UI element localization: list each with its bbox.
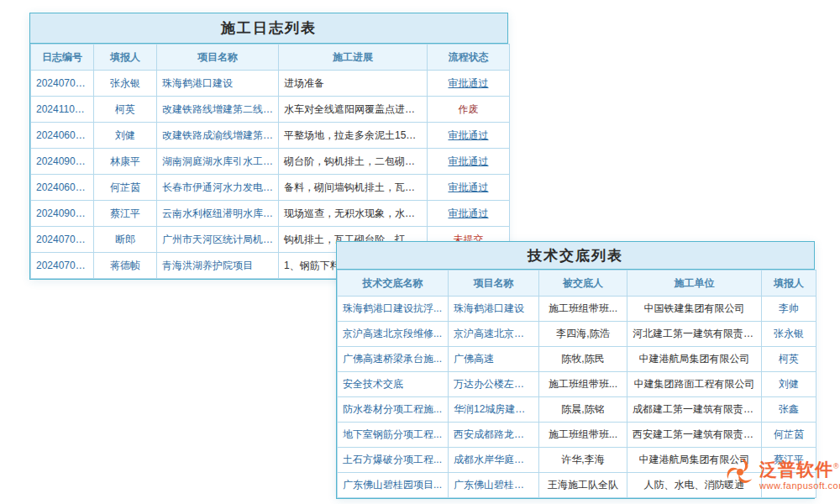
reporter-cell: 断郎 xyxy=(94,227,157,253)
reporter-cell[interactable]: 何芷茵 xyxy=(762,423,816,448)
project-cell[interactable]: 万达办公楼左侧A... xyxy=(449,372,539,397)
id-cell[interactable]: 2024070011 xyxy=(31,227,94,253)
table-row[interactable]: 安全技术交底万达办公楼左侧A...施工班组带班...中建集团路面工程有限公司刘健 xyxy=(338,372,816,397)
unit-cell: 成都建工第一建筑有限责任公司 xyxy=(627,397,762,423)
status-cell[interactable]: 审批通过 xyxy=(428,175,510,201)
project-cell[interactable]: 西安成都路龙湖上... xyxy=(449,423,539,448)
registered-mark: ® xyxy=(833,462,840,470)
progress-cell: 现场巡查，无积水现象，水马... xyxy=(279,201,428,227)
page-title: 技术交底列表 xyxy=(528,248,623,264)
progress-cell: 砌台阶，钩机排土，二包砌间... xyxy=(279,149,428,175)
reporter-cell: 柯英 xyxy=(94,97,157,123)
name-cell[interactable]: 土石方爆破分项工程... xyxy=(338,448,449,473)
id-cell[interactable]: 2024070011 xyxy=(31,71,94,97)
table-row[interactable]: 2024090009林康平湖南洞庭湖水库引水工程...砌台阶，钩机排土，二包砌间… xyxy=(31,149,510,175)
table-row[interactable]: 2024060005何芷茵长春市伊通河水力发电厂...备料，砌间墙钩机排土，瓦工… xyxy=(31,175,510,201)
project-cell[interactable]: 珠海鹤港口建设 xyxy=(157,71,279,97)
name-cell[interactable]: 防水卷材分项工程施... xyxy=(338,397,449,423)
reporter-cell[interactable]: 柯英 xyxy=(762,347,816,372)
receiver-cell: 许华,李海 xyxy=(539,448,627,473)
project-cell[interactable]: 广东佛山碧桂园项目 xyxy=(449,473,539,498)
table-row[interactable]: 珠海鹤港口建设抗浮...珠海鹤港口建设施工班组带班...中国铁建集团有限公司李帅 xyxy=(338,297,816,322)
table-row[interactable]: 地下室钢筋分项工程...西安成都路龙湖上...施工班组带班...西安建工第一建筑… xyxy=(338,423,816,448)
id-cell[interactable]: 2024090009 xyxy=(31,201,94,227)
project-cell[interactable]: 长春市伊通河水力发电厂... xyxy=(157,175,279,201)
project-cell[interactable]: 广佛高速 xyxy=(449,347,539,372)
construction-log-title-bar[interactable]: 施工日志列表 xyxy=(30,13,507,44)
table-row[interactable]: 防水卷材分项工程施...华润12城房建工...陈晨,陈铭成都建工第一建筑有限责任… xyxy=(338,397,816,423)
table-row[interactable]: 京沪高速北京段维修...京沪高速北京段维修李四海,陈浩河北建工第一建筑有限责任公… xyxy=(338,322,816,347)
unit-cell: 西安建工第一建筑有限责任公司 xyxy=(627,423,762,448)
reporter-cell[interactable]: 李帅 xyxy=(762,297,816,322)
name-cell[interactable]: 广东佛山碧桂园项目... xyxy=(338,473,449,498)
unit-cell: 河北建工第一建筑有限责任公司 xyxy=(627,322,762,347)
reporter-cell[interactable]: 刘健 xyxy=(762,372,816,397)
status-cell[interactable]: 审批通过 xyxy=(428,123,510,149)
project-cell[interactable]: 云南水利枢纽潜明水库一... xyxy=(157,201,279,227)
column-header: 填报人 xyxy=(762,270,816,297)
column-header: 施工进展 xyxy=(279,45,428,71)
column-header: 流程状态 xyxy=(428,45,510,71)
id-cell[interactable]: 2024110002 xyxy=(31,97,94,123)
receiver-cell: 陈牧,陈民 xyxy=(539,347,627,372)
unit-cell: 中国铁建集团有限公司 xyxy=(627,297,762,322)
table-row[interactable]: 2024090009蔡江平云南水利枢纽潜明水库一...现场巡查，无积水现象，水马… xyxy=(31,201,510,227)
progress-cell: 水车对全线遮阳网覆盖点进行... xyxy=(279,97,428,123)
progress-cell: 备料，砌间墙钩机排土，瓦工... xyxy=(279,175,428,201)
construction-log-window: 施工日志列表 日志编号填报人项目名称施工进展流程状态 2024070011张永银… xyxy=(29,13,508,280)
id-cell[interactable]: 2024090009 xyxy=(31,149,94,175)
reporter-cell: 张永银 xyxy=(94,71,157,97)
brand-name: 泛普软件® xyxy=(759,456,840,480)
table-header-row: 技术交底名称项目名称被交底人施工单位填报人 xyxy=(338,270,816,297)
table-row[interactable]: 2024060006刘健改建铁路成渝线增建第二...平整场地，拉走多余泥土15辆… xyxy=(31,123,510,149)
project-cell[interactable]: 成都水岸华庭名苑... xyxy=(449,448,539,473)
table-header-row: 日志编号填报人项目名称施工进展流程状态 xyxy=(31,45,510,71)
column-header: 施工单位 xyxy=(627,270,762,297)
receiver-cell: 李四海,陈浩 xyxy=(539,322,627,347)
technical-disclosure-title-bar[interactable]: 技术交底列表 xyxy=(337,242,814,270)
table-row[interactable]: 广佛高速桥梁承台施...广佛高速陈牧,陈民中建港航局集团有限公司柯英 xyxy=(338,347,816,372)
name-cell[interactable]: 地下室钢筋分项工程... xyxy=(338,423,449,448)
project-cell[interactable]: 改建铁路成渝线增建第二... xyxy=(157,123,279,149)
id-cell[interactable]: 2024060005 xyxy=(31,175,94,201)
unit-cell: 中建集团路面工程有限公司 xyxy=(627,372,762,397)
receiver-cell: 陈晨,陈铭 xyxy=(539,397,627,423)
project-cell[interactable]: 华润12城房建工... xyxy=(449,397,539,423)
id-cell[interactable]: 2024070009 xyxy=(31,253,94,279)
progress-cell: 进场准备 xyxy=(279,71,428,97)
column-header: 被交底人 xyxy=(539,270,627,297)
project-cell[interactable]: 湖南洞庭湖水库引水工程... xyxy=(157,149,279,175)
reporter-cell: 何芷茵 xyxy=(94,175,157,201)
reporter-cell[interactable]: 张永银 xyxy=(762,322,816,347)
status-cell[interactable]: 审批通过 xyxy=(428,201,510,227)
project-cell[interactable]: 改建铁路线增建第二线直... xyxy=(157,97,279,123)
unit-cell: 中建港航局集团有限公司 xyxy=(627,347,762,372)
name-cell[interactable]: 珠海鹤港口建设抗浮... xyxy=(338,297,449,322)
project-cell[interactable]: 珠海鹤港口建设 xyxy=(449,297,539,322)
status-cell[interactable]: 审批通过 xyxy=(428,149,510,175)
status-cell[interactable]: 作废 xyxy=(428,97,510,123)
name-cell[interactable]: 安全技术交底 xyxy=(338,372,449,397)
column-header: 技术交底名称 xyxy=(338,270,449,297)
column-header: 项目名称 xyxy=(449,270,539,297)
fanpu-logo-text: 泛普软件® www.fanpusoft.com xyxy=(759,456,840,491)
page-title: 施工日志列表 xyxy=(221,20,317,36)
reporter-cell: 林康平 xyxy=(94,149,157,175)
column-header: 填报人 xyxy=(94,45,157,71)
project-cell[interactable]: 京沪高速北京段维修 xyxy=(449,322,539,347)
reporter-cell[interactable]: 张鑫 xyxy=(762,397,816,423)
status-cell[interactable]: 审批通过 xyxy=(428,71,510,97)
name-cell[interactable]: 京沪高速北京段维修... xyxy=(338,322,449,347)
reporter-cell: 蒋德帧 xyxy=(94,253,157,279)
column-header: 项目名称 xyxy=(157,45,279,71)
reporter-cell: 蔡江平 xyxy=(94,201,157,227)
reporter-cell: 刘健 xyxy=(94,123,157,149)
table-row[interactable]: 2024110002柯英改建铁路线增建第二线直...水车对全线遮阳网覆盖点进行.… xyxy=(31,97,510,123)
project-cell[interactable]: 广州市天河区统计局机房... xyxy=(157,227,279,253)
brand-url: www.fanpusoft.com xyxy=(759,480,840,491)
id-cell[interactable]: 2024060006 xyxy=(31,123,94,149)
name-cell[interactable]: 广佛高速桥梁承台施... xyxy=(338,347,449,372)
table-row[interactable]: 2024070011张永银珠海鹤港口建设进场准备审批通过 xyxy=(31,71,510,97)
progress-cell: 平整场地，拉走多余泥土15辆... xyxy=(279,123,428,149)
project-cell[interactable]: 青海洪湖养护院项目 xyxy=(157,253,279,279)
